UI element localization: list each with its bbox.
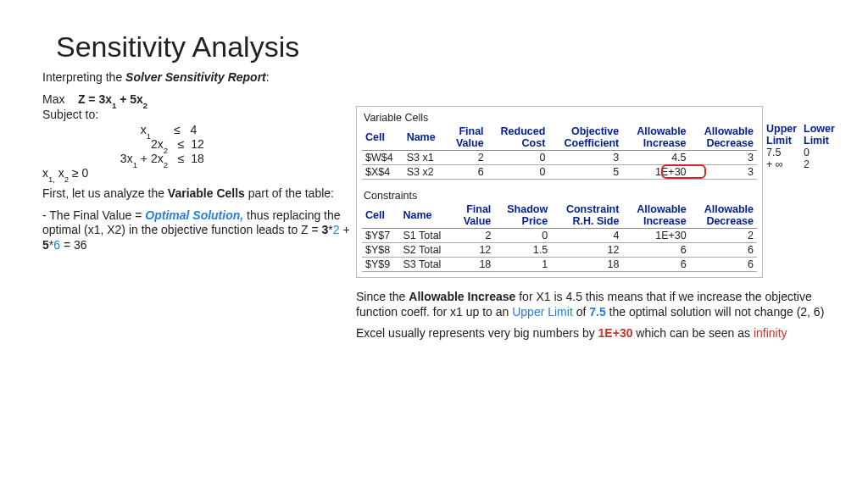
hdr-name: Name bbox=[403, 125, 446, 151]
max-label: Max bbox=[42, 92, 75, 106]
n2-pre: Excel usually represents very big number… bbox=[356, 326, 598, 340]
hdr-ai: AllowableIncrease bbox=[622, 125, 689, 151]
crow-2: $Y$9 S3 Total 18 1 18 6 6 bbox=[362, 258, 757, 272]
c1-sub: 1 bbox=[147, 131, 151, 141]
c2-sub: 2 bbox=[164, 146, 168, 155]
c1-rhs: 12 bbox=[551, 243, 622, 258]
obj-sub2: 2 bbox=[143, 101, 147, 110]
p2-b2: 5 bbox=[42, 238, 49, 252]
nn-s1: 1, bbox=[48, 175, 55, 184]
chdr-fv: FinalValue bbox=[453, 202, 495, 229]
page-title: Sensitivity Analysis bbox=[56, 30, 826, 64]
n1-ul: Upper Limit bbox=[512, 305, 573, 319]
subject-to: Subject to: bbox=[42, 108, 356, 121]
c1-rel: ≤ bbox=[174, 123, 181, 136]
n1-b: Allowable Increase bbox=[409, 290, 515, 303]
n2-inf: infinity bbox=[754, 326, 787, 340]
n1-post: the optimal solution will not change (2,… bbox=[606, 305, 825, 319]
vc0-fv: 2 bbox=[446, 151, 487, 165]
c0-rhs: 4 bbox=[551, 229, 622, 243]
p1-post: part of the table: bbox=[245, 186, 334, 200]
objective-line: Max Z = 3x1 + 5x2 bbox=[42, 92, 356, 106]
crow-1: $Y$8 S2 Total 12 1.5 12 6 6 bbox=[362, 243, 757, 258]
c1-name: S2 Total bbox=[399, 243, 453, 258]
c1-sp: 1.5 bbox=[494, 243, 551, 258]
bottom-notes: Since the Allowable Increase for X1 is 4… bbox=[356, 290, 826, 341]
n2-b: 1E+30 bbox=[598, 326, 633, 340]
slide: Sensitivity Analysis Interpreting the So… bbox=[0, 0, 868, 488]
nn-pre: x bbox=[42, 166, 48, 180]
vc1-name: S3 x2 bbox=[403, 165, 446, 180]
intro-bold: Solver Sensitivity Report bbox=[125, 70, 266, 84]
chdr-name: Name bbox=[399, 202, 453, 229]
c3-rel: ≤ bbox=[178, 152, 185, 165]
c1-cell: $Y$8 bbox=[362, 243, 399, 258]
chdr-ai: AllowableIncrease bbox=[622, 202, 689, 229]
l0-ul: 7.5 bbox=[766, 147, 798, 158]
c3-sub2: 2 bbox=[164, 160, 168, 169]
vc1-cell: $X$4 bbox=[362, 165, 403, 180]
vc0-rc: 0 bbox=[487, 151, 549, 165]
c2-sp: 1 bbox=[494, 258, 551, 272]
c2-name: S3 Total bbox=[399, 258, 453, 272]
intro-pre: Interpreting the bbox=[42, 70, 125, 84]
l1-ll: 2 bbox=[804, 158, 836, 170]
c1-ai: 6 bbox=[622, 243, 689, 258]
chdr-ad: AllowableDecrease bbox=[690, 202, 757, 229]
constraints-header-row: Cell Name FinalValue ShadowPrice Constra… bbox=[362, 202, 757, 229]
n2-mid: which can be seen as bbox=[632, 326, 753, 340]
intro-line: Interpreting the Solver Sensitivity Repo… bbox=[42, 70, 826, 84]
constraints-table: Cell Name FinalValue ShadowPrice Constra… bbox=[362, 202, 757, 272]
p2-c1: 2 bbox=[333, 223, 340, 236]
note-2: Excel usually represents very big number… bbox=[356, 326, 826, 341]
hdr-oc: ObjectiveCoefficient bbox=[548, 125, 622, 151]
vc1-rc: 0 bbox=[487, 165, 549, 180]
c0-name: S1 Total bbox=[399, 229, 453, 243]
n1-pre: Since the bbox=[356, 290, 409, 303]
c0-cell: $Y$7 bbox=[362, 229, 399, 243]
chdr-cell: Cell bbox=[362, 202, 399, 229]
vc1-fv: 6 bbox=[446, 165, 487, 180]
nn-s2: 2 bbox=[64, 175, 69, 184]
c1-rhs: 4 bbox=[191, 123, 198, 136]
vcells-header-row: Cell Name FinalValue ReducedCost Objecti… bbox=[362, 125, 757, 151]
para-2: - The Final Value = Optimal Solution, th… bbox=[42, 208, 356, 253]
l1-ul: + ∞ bbox=[766, 158, 798, 170]
hdr-ll: LowerLimit bbox=[804, 123, 836, 147]
p2-c2: 6 bbox=[53, 238, 60, 252]
constraint-2: 2x2 ≤ 12 bbox=[42, 137, 356, 151]
p2-eq: = 36 bbox=[60, 238, 87, 252]
obj-expr-pre: Z = 3x bbox=[78, 92, 112, 106]
nn-mid: x bbox=[55, 166, 64, 180]
c2-ai: 6 bbox=[622, 258, 689, 272]
hdr-rc: ReducedCost bbox=[487, 125, 549, 151]
vc1-oc: 5 bbox=[548, 165, 622, 180]
c1-ad: 6 bbox=[690, 243, 757, 258]
limits-column: UpperLimit LowerLimit 7.5 0 + ∞ 2 bbox=[766, 123, 836, 170]
highlight-box bbox=[661, 164, 706, 179]
vcells-title: Variable Cells bbox=[364, 112, 757, 124]
c1-lhs: x bbox=[141, 123, 147, 136]
hdr-ul: UpperLimit bbox=[766, 123, 798, 147]
vc0-oc: 3 bbox=[548, 151, 622, 165]
constraints-title: Constraints bbox=[364, 190, 757, 202]
c0-sp: 0 bbox=[494, 229, 551, 243]
intro-post: : bbox=[266, 70, 270, 84]
vc0-name: S3 x1 bbox=[403, 151, 446, 165]
c0-ad: 2 bbox=[690, 229, 757, 243]
hdr-fv: FinalValue bbox=[446, 125, 487, 151]
constraints-block: x1 ≤ 4 2x2 ≤ 12 3x1 + 2x2 ≤ 18 x1, x2 ≥ … bbox=[42, 123, 356, 180]
c3-sub1: 1 bbox=[133, 160, 137, 169]
hdr-ad: AllowableDecrease bbox=[690, 125, 757, 151]
c2-lhs: 2x bbox=[151, 137, 164, 151]
hdr-cell: Cell bbox=[362, 125, 403, 151]
c0-ai: 1E+30 bbox=[622, 229, 689, 243]
c2-rhs: 12 bbox=[191, 137, 204, 151]
note-1: Since the Allowable Increase for X1 is 4… bbox=[356, 290, 826, 319]
p2-blue: Optimal Solution, bbox=[145, 208, 243, 222]
nn-rel: ≥ 0 bbox=[69, 166, 88, 180]
c3-lhs: 3x bbox=[120, 152, 133, 165]
c1-fv: 12 bbox=[453, 243, 495, 258]
limits-header: UpperLimit LowerLimit bbox=[766, 123, 836, 147]
n1-val: 7.5 bbox=[589, 305, 605, 319]
